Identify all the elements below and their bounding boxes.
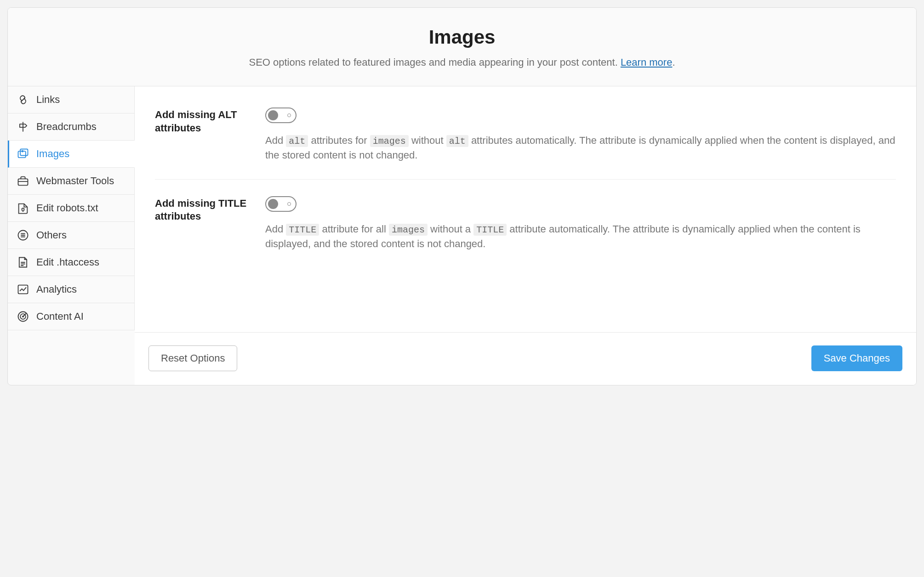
toolbox-icon xyxy=(16,174,30,188)
sidebar-item-links[interactable]: Links xyxy=(8,86,135,113)
reset-options-button[interactable]: Reset Options xyxy=(148,345,237,371)
save-changes-button[interactable]: Save Changes xyxy=(811,345,902,371)
setting-row-title: Add missing TITLE attributes Add TITLE a… xyxy=(155,180,896,268)
sidebar-item-edit-robots[interactable]: Edit robots.txt xyxy=(8,195,135,222)
page-subtitle: SEO options related to featured images a… xyxy=(22,57,902,68)
subtitle-text: SEO options related to featured images a… xyxy=(249,57,620,68)
sidebar-item-analytics[interactable]: Analytics xyxy=(8,276,135,303)
sidebar-item-label: Webmaster Tools xyxy=(36,175,114,187)
sidebar-item-webmaster-tools[interactable]: Webmaster Tools xyxy=(8,168,135,195)
learn-more-link[interactable]: Learn more xyxy=(621,57,673,68)
toggle-knob xyxy=(268,110,278,120)
toggle-alt[interactable] xyxy=(265,107,297,123)
toggle-indicator xyxy=(287,113,291,117)
sidebar-item-breadcrumbs[interactable]: Breadcrumbs xyxy=(8,113,135,141)
sidebar-item-others[interactable]: Others xyxy=(8,222,135,249)
sidebar-item-label: Others xyxy=(36,229,67,241)
chart-line-icon xyxy=(16,283,30,296)
sidebar-item-label: Edit .htaccess xyxy=(36,256,99,268)
settings-panel: Images SEO options related to featured i… xyxy=(7,7,917,385)
sidebar-item-label: Breadcrumbs xyxy=(36,121,97,133)
sidebar-item-label: Content AI xyxy=(36,311,84,322)
setting-label-title: Add missing TITLE attributes xyxy=(155,196,251,251)
page-title: Images xyxy=(22,26,902,48)
sidebar-item-label: Links xyxy=(36,94,60,106)
sidebar-item-label: Edit robots.txt xyxy=(36,202,98,214)
subtitle-period: . xyxy=(672,57,675,68)
setting-desc-title: Add TITLE attribute for all images witho… xyxy=(265,222,896,251)
settings-content: Add missing ALT attributes Add alt attri… xyxy=(135,86,916,332)
svg-rect-3 xyxy=(18,179,28,185)
svg-rect-1 xyxy=(20,149,28,156)
panel-footer: Reset Options Save Changes xyxy=(135,332,916,385)
setting-label-alt: Add missing ALT attributes xyxy=(155,107,251,163)
links-icon xyxy=(16,93,30,107)
sidebar-item-content-ai[interactable]: Content AI xyxy=(8,303,135,330)
signpost-icon xyxy=(16,120,30,134)
sidebar-item-label: Images xyxy=(36,148,69,160)
toggle-indicator xyxy=(287,202,291,206)
settings-sidebar: Links Breadcrumbs Images xyxy=(8,86,135,332)
panel-header: Images SEO options related to featured i… xyxy=(8,8,916,86)
setting-desc-alt: Add alt attributes for images without al… xyxy=(265,133,896,163)
list-circle-icon xyxy=(16,228,30,242)
toggle-knob xyxy=(268,199,278,209)
sidebar-item-edit-htaccess[interactable]: Edit .htaccess xyxy=(8,249,135,276)
radar-icon xyxy=(16,310,30,323)
svg-rect-0 xyxy=(18,151,26,158)
sidebar-item-label: Analytics xyxy=(36,283,77,295)
setting-row-alt: Add missing ALT attributes Add alt attri… xyxy=(155,105,896,180)
sidebar-item-images[interactable]: Images xyxy=(8,141,135,168)
images-icon xyxy=(16,147,30,161)
file-shield-icon xyxy=(16,201,30,215)
file-text-icon xyxy=(16,255,30,269)
toggle-title[interactable] xyxy=(265,196,297,212)
